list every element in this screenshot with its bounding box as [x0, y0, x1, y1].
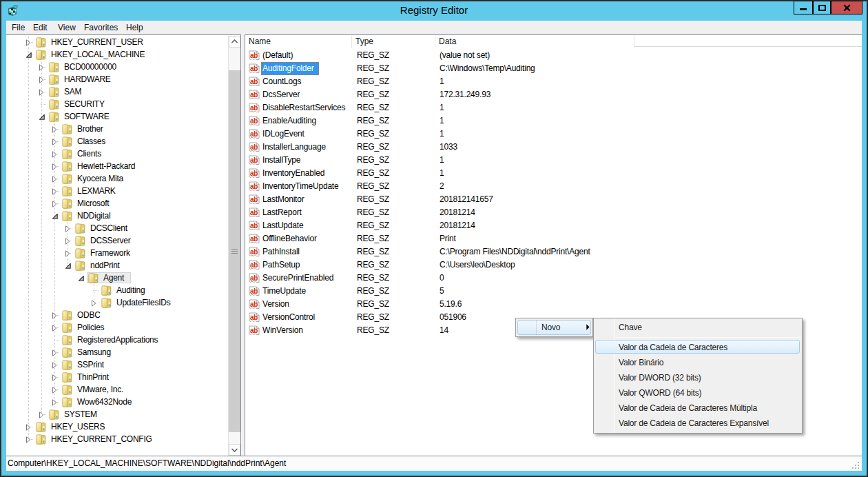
- svg-text:ab: ab: [250, 143, 258, 151]
- svg-text:ab: ab: [250, 130, 258, 138]
- svg-text:ab: ab: [250, 117, 258, 125]
- svg-text:ab: ab: [250, 91, 258, 99]
- svg-text:ab: ab: [250, 170, 258, 177]
- svg-text:ab: ab: [250, 222, 258, 230]
- svg-text:ab: ab: [250, 314, 258, 321]
- svg-text:ab: ab: [250, 274, 258, 282]
- svg-text:ab: ab: [250, 104, 258, 112]
- svg-text:ab: ab: [250, 287, 258, 295]
- svg-text:ab: ab: [250, 248, 258, 256]
- svg-text:ab: ab: [250, 78, 258, 85]
- svg-text:ab: ab: [250, 261, 258, 269]
- svg-text:ab: ab: [250, 327, 258, 334]
- svg-text:ab: ab: [250, 156, 258, 164]
- svg-text:ab: ab: [250, 209, 258, 216]
- svg-text:ab: ab: [250, 196, 258, 203]
- svg-text:ab: ab: [250, 235, 258, 243]
- svg-text:ab: ab: [250, 52, 258, 59]
- svg-text:ab: ab: [250, 301, 258, 308]
- svg-text:ab: ab: [250, 183, 258, 190]
- svg-text:ab: ab: [250, 65, 258, 72]
